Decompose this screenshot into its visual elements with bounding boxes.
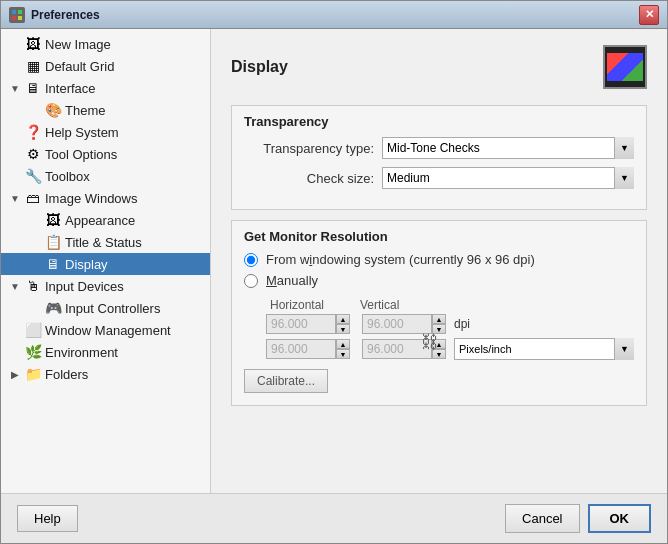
transparency-type-select[interactable]: Mid-Tone Checks Light Checks Dark Checks…: [382, 137, 634, 159]
sidebar-item-default-grid[interactable]: ▦ Default Grid: [1, 55, 210, 77]
transparency-type-select-wrapper: Mid-Tone Checks Light Checks Dark Checks…: [382, 137, 634, 159]
expand-icon: [9, 170, 21, 182]
sidebar-item-input-devices[interactable]: ▼ 🖱 Input Devices: [1, 275, 210, 297]
resolution-row-1: ▲ ▼ ▲ ▼ dpi: [266, 314, 634, 334]
cancel-button[interactable]: Cancel: [505, 504, 579, 533]
help-system-icon: ❓: [25, 124, 41, 140]
sidebar-label-toolbox: Toolbox: [45, 169, 90, 184]
sidebar-item-title-status[interactable]: 📋 Title & Status: [1, 231, 210, 253]
check-size-row: Check size: Medium Small Large ▼: [244, 167, 634, 189]
expand-icon: [9, 60, 21, 72]
vertical-header: Vertical: [356, 298, 446, 312]
h-spinner-up-2[interactable]: ▲: [336, 339, 350, 349]
sidebar-item-window-management[interactable]: ⬜ Window Management: [1, 319, 210, 341]
monitor-resolution-title: Get Monitor Resolution: [244, 229, 634, 244]
sidebar-item-tool-options[interactable]: ⚙ Tool Options: [1, 143, 210, 165]
theme-icon: 🎨: [45, 102, 61, 118]
h-spinner-2: ▲ ▼: [336, 339, 350, 359]
ok-button[interactable]: OK: [588, 504, 652, 533]
sidebar-label-image-windows: Image Windows: [45, 191, 137, 206]
svg-rect-2: [12, 16, 16, 20]
manually-label: Manually: [266, 273, 318, 288]
radio-group: From windowing system (currently 96 x 96…: [244, 252, 634, 288]
default-grid-icon: ▦: [25, 58, 41, 74]
panel-title-text: Display: [231, 58, 288, 76]
transparency-type-label: Transparency type:: [244, 141, 374, 156]
sidebar-item-help-system[interactable]: ❓ Help System: [1, 121, 210, 143]
sidebar-label-environment: Environment: [45, 345, 118, 360]
calibrate-button[interactable]: Calibrate...: [244, 369, 328, 393]
window-management-icon: ⬜: [25, 322, 41, 338]
sidebar-label-input-controllers: Input Controllers: [65, 301, 160, 316]
sidebar-item-appearance[interactable]: 🖼 Appearance: [1, 209, 210, 231]
h-spinner-down-1[interactable]: ▼: [336, 324, 350, 334]
folders-icon: 📁: [25, 366, 41, 382]
sidebar-label-interface: Interface: [45, 81, 96, 96]
cancel-label: Cancel: [522, 511, 562, 526]
sidebar-item-new-image[interactable]: 🖼 New Image: [1, 33, 210, 55]
check-size-select[interactable]: Medium Small Large: [382, 167, 634, 189]
display-icon-tree: 🖥: [45, 256, 61, 272]
expand-icon: [9, 324, 21, 336]
preferences-window: Preferences ✕ 🖼 New Image ▦ Default Grid…: [0, 0, 668, 544]
expand-icon: ▼: [9, 82, 21, 94]
link-icon: ⛓: [421, 332, 439, 353]
from-windowing-radio[interactable]: [244, 253, 258, 267]
horizontal-header: Horizontal: [266, 298, 356, 312]
sidebar-item-display[interactable]: 🖥 Display: [1, 253, 210, 275]
from-windowing-label: From windowing system (currently 96 x 96…: [266, 252, 535, 267]
pixels-unit-select[interactable]: Pixels/inch Pixels/mm: [454, 338, 634, 360]
h-input-group-2: ▲ ▼: [266, 339, 350, 359]
transparency-type-row: Transparency type: Mid-Tone Checks Light…: [244, 137, 634, 159]
bottom-bar: Help Cancel OK: [1, 493, 667, 543]
sidebar-label-help-system: Help System: [45, 125, 119, 140]
help-button[interactable]: Help: [17, 505, 78, 532]
display-preview-icon: [603, 45, 647, 89]
input-devices-icon: 🖱: [25, 278, 41, 294]
horizontal-input-2: [266, 339, 336, 359]
sidebar-item-toolbox[interactable]: 🔧 Toolbox: [1, 165, 210, 187]
window-title: Preferences: [31, 8, 100, 22]
transparency-title: Transparency: [244, 114, 634, 129]
vertical-input-1: [362, 314, 432, 334]
sidebar-label-input-devices: Input Devices: [45, 279, 124, 294]
expand-icon: ▼: [9, 192, 21, 204]
sidebar-item-theme[interactable]: 🎨 Theme: [1, 99, 210, 121]
h-spinner-down-2[interactable]: ▼: [336, 349, 350, 359]
horizontal-input-1: [266, 314, 336, 334]
expand-icon: [9, 38, 21, 50]
expand-icon: [29, 258, 41, 270]
input-controllers-icon: 🎮: [45, 300, 61, 316]
sidebar-label-display: Display: [65, 257, 108, 272]
expand-icon: [9, 346, 21, 358]
sidebar-item-folders[interactable]: ▶ 📁 Folders: [1, 363, 210, 385]
h-spinner-up-1[interactable]: ▲: [336, 314, 350, 324]
svg-rect-1: [18, 10, 22, 14]
main-panel: Display Transparency Transparency type: …: [211, 29, 667, 493]
dpi-unit: dpi: [454, 317, 470, 331]
appearance-icon: 🖼: [45, 212, 61, 228]
sidebar-label-title-status: Title & Status: [65, 235, 142, 250]
panel-title-row: Display: [231, 45, 647, 89]
sidebar-item-image-windows[interactable]: ▼ 🗃 Image Windows: [1, 187, 210, 209]
v-input-group-1: ▲ ▼: [362, 314, 446, 334]
transparency-section: Transparency Transparency type: Mid-Tone…: [231, 105, 647, 210]
sidebar: 🖼 New Image ▦ Default Grid ▼ 🖥 Interface…: [1, 29, 211, 493]
from-windowing-row: From windowing system (currently 96 x 96…: [244, 252, 634, 267]
expand-icon: [29, 104, 41, 116]
manually-row: Manually: [244, 273, 634, 288]
manually-radio[interactable]: [244, 274, 258, 288]
bottom-right: Cancel OK: [505, 504, 651, 533]
sidebar-label-theme: Theme: [65, 103, 105, 118]
close-button[interactable]: ✕: [639, 5, 659, 25]
sidebar-item-interface[interactable]: ▼ 🖥 Interface: [1, 77, 210, 99]
v-spinner-up-1[interactable]: ▲: [432, 314, 446, 324]
sidebar-label-new-image: New Image: [45, 37, 111, 52]
expand-icon: [29, 302, 41, 314]
sidebar-label-default-grid: Default Grid: [45, 59, 114, 74]
new-image-icon: 🖼: [25, 36, 41, 52]
sidebar-item-environment[interactable]: 🌿 Environment: [1, 341, 210, 363]
sidebar-item-input-controllers[interactable]: 🎮 Input Controllers: [1, 297, 210, 319]
window-icon: [9, 7, 25, 23]
toolbox-icon: 🔧: [25, 168, 41, 184]
